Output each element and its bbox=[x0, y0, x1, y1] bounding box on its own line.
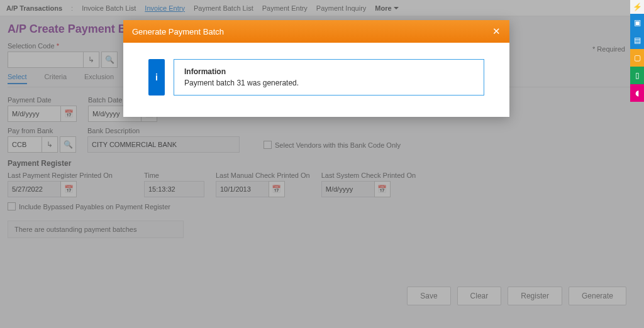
modal-header: Generate Payment Batch ✕ bbox=[123, 20, 509, 43]
flag-icon: ◖ bbox=[635, 89, 639, 97]
modal-close-button[interactable]: ✕ bbox=[492, 26, 501, 37]
modal-message-box: Information Payment batch 31 was generat… bbox=[174, 59, 484, 96]
dock-btn-5[interactable]: ◖ bbox=[630, 84, 644, 102]
dock-bolt[interactable]: ⚡ bbox=[630, 0, 644, 14]
dock-btn-2[interactable]: ▤ bbox=[630, 31, 644, 49]
window-icon: ▣ bbox=[634, 18, 641, 27]
bolt-icon: ⚡ bbox=[633, 3, 642, 11]
dock-btn-3[interactable]: ▢ bbox=[630, 49, 644, 67]
note-icon: ▢ bbox=[634, 53, 641, 62]
modal-info-title: Information bbox=[184, 67, 474, 76]
panel-icon: ▤ bbox=[634, 36, 641, 45]
doc-icon: ▯ bbox=[635, 71, 640, 80]
modal-title: Generate Payment Batch bbox=[132, 27, 224, 36]
right-dock: ⚡ ▣ ▤ ▢ ▯ ◖ bbox=[630, 0, 644, 102]
dock-btn-4[interactable]: ▯ bbox=[630, 67, 644, 84]
info-icon: i bbox=[148, 59, 165, 96]
generate-payment-batch-modal: Generate Payment Batch ✕ i Information P… bbox=[123, 20, 509, 117]
modal-info-message: Payment batch 31 was generated. bbox=[184, 79, 474, 87]
close-icon: ✕ bbox=[492, 26, 501, 36]
dock-btn-1[interactable]: ▣ bbox=[630, 14, 644, 31]
